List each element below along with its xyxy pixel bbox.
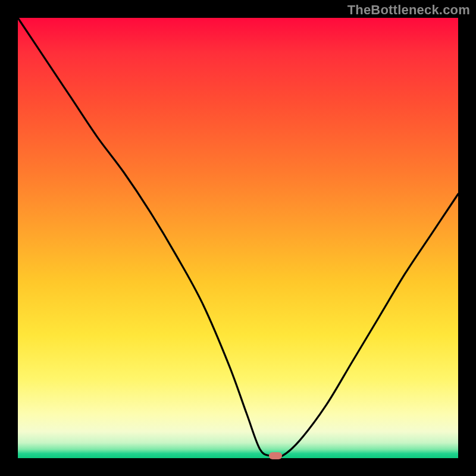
bottleneck-curve [18, 18, 458, 458]
plot-area [18, 18, 458, 458]
curve-path [18, 18, 458, 458]
chart-frame: TheBottleneck.com [0, 0, 476, 476]
optimal-marker [269, 452, 282, 459]
watermark-text: TheBottleneck.com [347, 2, 470, 18]
